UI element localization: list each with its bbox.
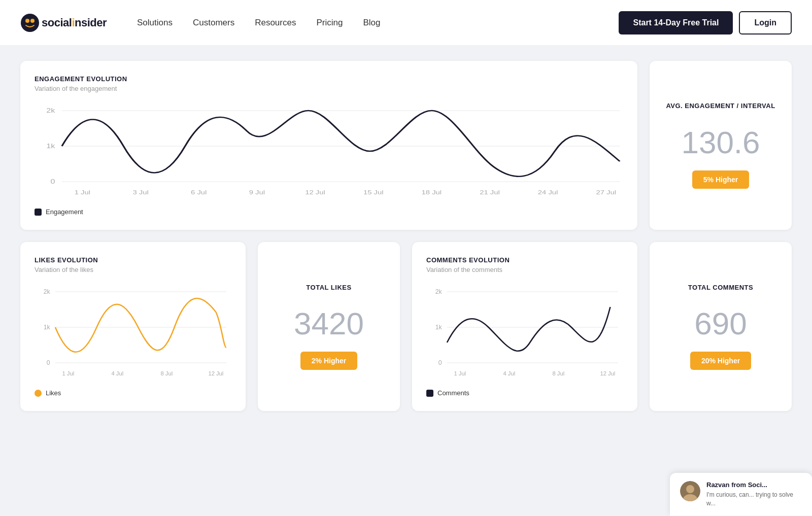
nav-resources[interactable]: Resources	[255, 18, 296, 28]
likes-subtitle: Variation of the likes	[35, 266, 231, 273]
svg-text:21 Jul: 21 Jul	[480, 189, 500, 196]
likes-legend-label: Likes	[46, 389, 61, 397]
total-likes-card: TOTAL LIKES 3420 2% Higher	[258, 242, 400, 411]
likes-title: LIKES EVOLUTION	[35, 256, 231, 264]
engagement-legend-dot	[35, 209, 42, 216]
svg-text:8 Jul: 8 Jul	[553, 370, 565, 376]
trial-button[interactable]: Start 14-Day Free Trial	[619, 11, 733, 35]
total-comments-value: 690	[694, 305, 747, 341]
svg-text:2k: 2k	[46, 107, 55, 114]
svg-text:0: 0	[47, 359, 50, 366]
engagement-subtitle: Variation of the engagement	[35, 85, 623, 92]
svg-text:3 Jul: 3 Jul	[132, 189, 148, 196]
comments-card: COMMENTS EVOLUTION Variation of the comm…	[412, 242, 637, 411]
svg-text:1 Jul: 1 Jul	[75, 189, 90, 196]
total-comments-title: TOTAL COMMENTS	[688, 284, 753, 291]
likes-card: LIKES EVOLUTION Variation of the likes 2…	[20, 242, 246, 411]
svg-text:12 Jul: 12 Jul	[305, 189, 325, 196]
svg-text:4 Jul: 4 Jul	[503, 370, 516, 376]
svg-text:1k: 1k	[435, 324, 443, 331]
nav-actions: Start 14-Day Free Trial Login	[619, 11, 792, 35]
engagement-card: ENGAGEMENT EVOLUTION Variation of the en…	[20, 61, 637, 230]
svg-text:0: 0	[50, 178, 55, 185]
svg-text:1 Jul: 1 Jul	[454, 370, 466, 376]
engagement-legend-label: Engagement	[46, 208, 83, 216]
likes-legend: Likes	[35, 389, 231, 397]
navbar: socialinsider Solutions Customers Resour…	[0, 0, 812, 46]
svg-text:1k: 1k	[44, 324, 51, 331]
svg-text:8 Jul: 8 Jul	[161, 370, 173, 376]
svg-text:9 Jul: 9 Jul	[249, 189, 265, 196]
nav-blog[interactable]: Blog	[363, 18, 380, 28]
svg-text:2k: 2k	[44, 288, 51, 295]
svg-text:0: 0	[438, 359, 442, 366]
svg-text:4 Jul: 4 Jul	[112, 370, 124, 376]
avg-engagement-badge: 5% Higher	[692, 170, 749, 189]
comments-legend: Comments	[426, 389, 623, 397]
svg-point-2	[30, 19, 35, 23]
comments-legend-label: Comments	[437, 389, 469, 397]
avg-engagement-card: AVG. ENGAGEMENT / INTERVAL 130.6 5% High…	[650, 61, 792, 230]
logo-text: socialinsider	[42, 16, 107, 29]
svg-text:27 Jul: 27 Jul	[596, 189, 616, 196]
engagement-chart: 2k 1k 0 1 Jul 3 Jul 6 Jul 9 Jul 12 Jul 1…	[35, 100, 623, 202]
comments-subtitle: Variation of the comments	[426, 266, 623, 273]
total-likes-badge: 2% Higher	[300, 352, 357, 370]
svg-text:1 Jul: 1 Jul	[62, 370, 75, 376]
logo-icon	[20, 13, 40, 32]
avg-engagement-title: AVG. ENGAGEMENT / INTERVAL	[666, 102, 775, 111]
total-likes-title: TOTAL LIKES	[306, 284, 351, 291]
main-content: ENGAGEMENT EVOLUTION Variation of the en…	[0, 46, 812, 426]
nav-links: Solutions Customers Resources Pricing Bl…	[137, 18, 619, 28]
svg-text:15 Jul: 15 Jul	[363, 189, 384, 196]
total-likes-value: 3420	[294, 305, 364, 341]
comments-chart: 2k 1k 0 1 Jul 4 Jul 8 Jul 12 Jul	[426, 282, 623, 383]
total-comments-card: TOTAL COMMENTS 690 20% Higher	[650, 242, 792, 411]
svg-point-0	[21, 14, 39, 32]
engagement-title: ENGAGEMENT EVOLUTION	[35, 75, 623, 83]
likes-chart: 2k 1k 0 1 Jul 4 Jul 8 Jul 12 Jul	[35, 282, 231, 383]
nav-solutions[interactable]: Solutions	[137, 18, 173, 28]
svg-text:1k: 1k	[46, 143, 55, 149]
comments-title: COMMENTS EVOLUTION	[426, 256, 623, 264]
svg-text:6 Jul: 6 Jul	[191, 189, 207, 196]
bottom-row: LIKES EVOLUTION Variation of the likes 2…	[20, 242, 792, 411]
svg-text:12 Jul: 12 Jul	[208, 370, 223, 376]
nav-pricing[interactable]: Pricing	[316, 18, 343, 28]
engagement-legend: Engagement	[35, 208, 623, 216]
svg-text:2k: 2k	[435, 288, 443, 295]
login-button[interactable]: Login	[739, 11, 792, 35]
svg-text:12 Jul: 12 Jul	[600, 370, 615, 376]
svg-text:18 Jul: 18 Jul	[422, 189, 442, 196]
comments-legend-dot	[426, 390, 433, 397]
likes-legend-dot	[35, 390, 42, 397]
top-row: ENGAGEMENT EVOLUTION Variation of the en…	[20, 61, 792, 230]
total-comments-badge: 20% Higher	[690, 352, 751, 370]
logo[interactable]: socialinsider	[20, 13, 107, 32]
svg-text:24 Jul: 24 Jul	[538, 189, 558, 196]
svg-point-1	[25, 19, 29, 23]
nav-customers[interactable]: Customers	[193, 18, 234, 28]
avg-engagement-value: 130.6	[681, 124, 760, 160]
